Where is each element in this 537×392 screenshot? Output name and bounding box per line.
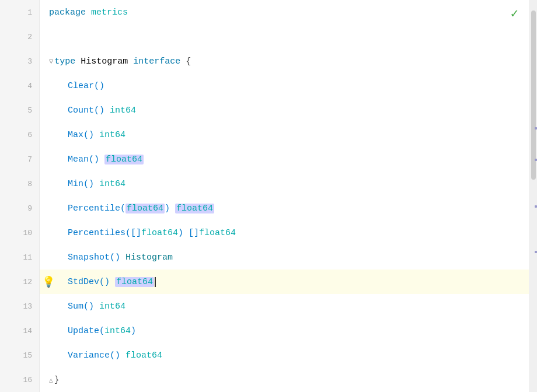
method-min: Min() xyxy=(68,179,99,189)
code-line-5: Count() int64 xyxy=(40,98,529,123)
code-line-12: 💡 StdDev() float64 xyxy=(40,270,529,294)
type-float64-percentile-ret: float64 xyxy=(175,204,214,214)
line-num-10: 10 xyxy=(0,220,39,245)
line-num-7: 7 xyxy=(0,147,39,172)
type-name-histogram: Histogram xyxy=(81,57,133,66)
line-num-6: 6 xyxy=(0,123,39,147)
scrollbar-mark-4 xyxy=(535,251,537,253)
scrollbar-mark-1 xyxy=(535,127,537,130)
type-int64-count: int64 xyxy=(110,106,136,116)
method-update-close: ) xyxy=(131,326,136,336)
code-line-6: Max() int64 xyxy=(40,123,529,147)
code-line-14: Update(int64) xyxy=(40,318,529,343)
code-line-1: package metrics xyxy=(40,0,529,24)
type-float64-stddev: float64 xyxy=(115,277,154,287)
type-int64-update: int64 xyxy=(104,326,131,336)
method-sum: Sum() xyxy=(68,302,99,312)
code-line-2 xyxy=(40,24,529,49)
struct-icon: ▽ xyxy=(49,57,53,66)
line-numbers: 1 2 3 4 5 6 7 8 9 10 11 12 13 14 15 16 xyxy=(0,0,40,392)
code-line-16: △} xyxy=(40,368,529,392)
type-float64-percentiles-ret: float64 xyxy=(199,228,236,238)
line-num-8: 8 xyxy=(0,172,39,196)
struct-icon-close: △ xyxy=(49,376,53,384)
type-float64-percentile-param: float64 xyxy=(125,204,165,214)
method-max: Max() xyxy=(68,130,99,140)
line-num-12: 12 xyxy=(0,270,39,294)
line-num-14: 14 xyxy=(0,318,39,343)
keyword-package: package xyxy=(49,8,91,18)
method-percentile-close: ) xyxy=(165,204,175,214)
code-line-11: Snapshot() Histogram xyxy=(40,245,529,270)
code-line-13: Sum() int64 xyxy=(40,294,529,318)
lightbulb-icon[interactable]: 💡 xyxy=(42,275,55,288)
line-num-11: 11 xyxy=(0,245,39,270)
type-float64-mean: float64 xyxy=(104,155,144,164)
scrollbar-mark-3 xyxy=(535,205,537,208)
type-ref-histogram: Histogram xyxy=(125,253,173,262)
code-line-10: Percentiles([]float64) []float64 xyxy=(40,220,529,245)
editor-container: 1 2 3 4 5 6 7 8 9 10 11 12 13 14 15 16 p… xyxy=(0,0,537,392)
type-float64-variance: float64 xyxy=(125,351,162,360)
line-num-13: 13 xyxy=(0,294,39,318)
type-int64-min: int64 xyxy=(99,179,125,189)
scrollbar-thumb[interactable] xyxy=(531,10,536,180)
text-cursor xyxy=(155,277,156,287)
line-num-1: 1 xyxy=(0,0,39,24)
method-stddev: StdDev() xyxy=(68,277,115,287)
line-num-3: 3 xyxy=(0,49,39,74)
method-clear: Clear() xyxy=(68,81,104,91)
line-num-15: 15 xyxy=(0,343,39,368)
method-snapshot: Snapshot() xyxy=(68,253,125,262)
code-line-4: Clear() xyxy=(40,74,529,98)
method-percentiles: Percentiles([] xyxy=(68,228,141,238)
line-num-16: 16 xyxy=(0,368,39,392)
package-name: metrics xyxy=(91,8,128,18)
type-int64-sum: int64 xyxy=(99,302,125,312)
keyword-interface: interface xyxy=(133,57,180,66)
code-area[interactable]: package metrics ▽type Histogram interfac… xyxy=(40,0,529,392)
method-mean: Mean() xyxy=(68,155,104,164)
method-percentile: Percentile( xyxy=(68,204,125,214)
code-line-8: Min() int64 xyxy=(40,172,529,196)
code-line-3: ▽type Histogram interface { xyxy=(40,49,529,74)
method-percentiles-close: ) [] xyxy=(178,228,199,238)
line-num-2: 2 xyxy=(0,24,39,49)
method-update: Update( xyxy=(68,326,104,336)
scrollbar[interactable] xyxy=(529,0,537,392)
open-brace: { xyxy=(180,57,191,66)
code-line-15: Variance() float64 xyxy=(40,343,529,368)
line-num-9: 9 xyxy=(0,196,39,220)
scrollbar-mark-2 xyxy=(535,159,537,161)
method-variance: Variance() xyxy=(68,351,125,360)
code-line-9: Percentile(float64) float64 xyxy=(40,196,529,220)
code-line-7: Mean() float64 xyxy=(40,147,529,172)
check-icon: ✓ xyxy=(511,6,518,22)
line-num-5: 5 xyxy=(0,98,39,123)
method-count: Count() xyxy=(68,106,110,116)
type-float64-percentiles-param: float64 xyxy=(141,228,178,238)
line-num-4: 4 xyxy=(0,74,39,98)
type-int64-max: int64 xyxy=(99,130,125,140)
close-brace: } xyxy=(54,375,60,385)
keyword-type: type xyxy=(54,57,81,66)
